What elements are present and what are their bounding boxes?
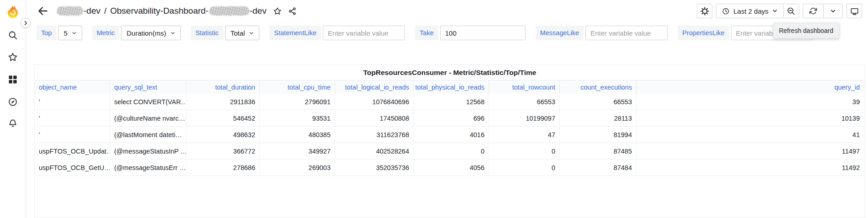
table-cell: 41 — [637, 127, 865, 143]
refresh-tooltip: Refresh dashboard — [773, 23, 839, 38]
column-header-total_cpu_time[interactable]: total_cpu_time — [260, 80, 335, 94]
table-body: 'select CONVERT(VAR…29118362796091107684… — [35, 94, 865, 176]
table-cell: 11492 — [637, 160, 865, 175]
variable-statistic-select[interactable]: Total — [225, 26, 260, 40]
variable-top-select[interactable]: 5 — [58, 26, 82, 40]
refresh-group — [803, 4, 843, 18]
table-row: uspFTOS_OCB_GetU…(@messageStatusErr …278… — [35, 160, 865, 176]
refresh-interval-dropdown[interactable] — [823, 4, 842, 18]
breadcrumb-dashboard-prefix[interactable]: Observability-Dashboard- — [110, 6, 208, 16]
time-controls-group: Last 2 days — [716, 4, 799, 18]
clock-icon — [722, 7, 730, 15]
variable-take-label: Take — [415, 26, 438, 40]
table-cell: select CONVERT(VAR… — [110, 94, 186, 110]
time-range-label: Last 2 days — [733, 7, 768, 15]
table-cell: 87485 — [560, 143, 637, 159]
column-header-object_name[interactable]: object_name — [35, 80, 110, 94]
chevron-down-icon — [249, 31, 254, 36]
chevron-down-icon — [772, 8, 778, 14]
back-button[interactable] — [37, 5, 49, 17]
table-cell: 480385 — [260, 127, 335, 143]
table-cell: 269003 — [260, 160, 335, 175]
column-header-total_logical_io_reads[interactable]: total_logical_io_reads — [335, 80, 414, 94]
top-navbar: -dev / Observability-Dashboard--dev — [26, 0, 868, 22]
arrow-left-icon — [37, 5, 49, 17]
chevron-down-icon — [170, 31, 175, 36]
breadcrumb-dashboard-suffix[interactable]: -dev — [250, 6, 267, 16]
variable-statementlike-label: StatementLike — [269, 26, 321, 40]
table-row: '(@lastMoment dateti…4986324803853116237… — [35, 127, 865, 143]
variable-metric-select[interactable]: Duration(ms) — [121, 26, 181, 40]
table-cell: 2796091 — [260, 94, 335, 110]
variable-top: Top 5 — [37, 26, 82, 40]
variable-take-input[interactable] — [440, 26, 526, 40]
refresh-icon — [809, 7, 817, 15]
table-cell: (@messageStatusErr … — [110, 160, 186, 175]
zoom-out-icon — [787, 7, 795, 16]
variable-propertieslike-label: PropertiesLike — [678, 26, 729, 40]
variable-statistic-value: Total — [231, 29, 245, 37]
redacted-breadcrumb-segment — [57, 6, 83, 16]
table-cell: 278686 — [186, 160, 260, 175]
star-dashboard-icon[interactable] — [273, 7, 282, 16]
explore-compass-icon[interactable] — [8, 97, 19, 108]
variable-messagelike-input[interactable] — [585, 26, 668, 40]
search-icon[interactable] — [8, 30, 19, 41]
table-cell: (@lastMoment dateti… — [110, 127, 186, 143]
variable-take: Take — [415, 26, 526, 40]
starred-dashboards-icon[interactable] — [8, 52, 19, 63]
column-header-total_duration[interactable]: total_duration — [186, 80, 260, 94]
variable-statistic-label: Statistic — [191, 26, 223, 40]
table-cell: 0 — [489, 143, 560, 159]
table-cell: 4016 — [414, 127, 489, 143]
dashboards-icon[interactable] — [8, 74, 19, 85]
table-cell: (@cultureName nvarc… — [110, 110, 186, 126]
dashboard-settings-button[interactable] — [697, 4, 712, 18]
dashboard-variables: Top 5 Metric Duration(ms) Statistic Tota… — [37, 26, 859, 40]
time-range-picker[interactable]: Last 2 days — [716, 4, 783, 18]
variable-statementlike: StatementLike — [269, 26, 405, 40]
table-cell: 1076840696 — [335, 94, 414, 110]
tv-mode-button[interactable] — [847, 4, 862, 18]
redacted-breadcrumb-segment — [209, 6, 249, 16]
column-header-query_id[interactable]: query_id — [637, 80, 865, 94]
table-row: '(@cultureName nvarc…5464529353117450808… — [35, 110, 865, 127]
variable-metric-value: Duration(ms) — [126, 29, 166, 37]
table-cell: 17450808 — [335, 110, 414, 126]
column-header-query_sql_text[interactable]: query_sql_text — [110, 80, 186, 94]
table-cell: 352035736 — [335, 160, 414, 175]
table-cell: 546452 — [186, 110, 260, 126]
breadcrumb: -dev / Observability-Dashboard--dev — [56, 6, 297, 16]
table-cell: 12568 — [414, 94, 489, 110]
table-cell: 66553 — [489, 94, 560, 110]
table-cell: 402528264 — [335, 143, 414, 159]
grafana-logo[interactable] — [5, 4, 21, 19]
table-cell: 47 — [489, 127, 560, 143]
table-header-row: object_namequery_sql_texttotal_durationt… — [35, 80, 865, 94]
variable-statementlike-input[interactable] — [323, 26, 405, 40]
variable-top-label: Top — [37, 26, 56, 40]
table-cell: 81994 — [560, 127, 637, 143]
table-cell: uspFTOS_OCB_Updat… — [35, 143, 110, 159]
sidebar — [0, 0, 26, 218]
chevron-down-icon — [830, 8, 836, 14]
column-header-total_rowcount[interactable]: total_rowcount — [489, 80, 560, 94]
table-cell: 366772 — [186, 143, 260, 159]
zoom-out-time-button[interactable] — [783, 4, 799, 18]
breadcrumb-separator: / — [104, 6, 106, 16]
table-cell: ' — [35, 127, 110, 143]
chevron-right-icon — [23, 21, 28, 26]
expand-sidebar-button[interactable] — [21, 18, 31, 28]
table-cell: uspFTOS_OCB_GetU… — [35, 160, 110, 175]
variable-metric-label: Metric — [92, 26, 119, 40]
column-header-total_physical_io_reads[interactable]: total_physical_io_reads — [414, 80, 489, 94]
alerting-bell-icon[interactable] — [8, 118, 19, 129]
variable-messagelike-label: MessageLike — [536, 26, 584, 40]
breadcrumb-folder-suffix[interactable]: -dev — [84, 6, 100, 16]
table-cell: 696 — [414, 110, 489, 126]
share-icon[interactable] — [288, 7, 297, 16]
table-panel: TopResourcesConsumer - Metric/Statistic/… — [34, 64, 865, 218]
refresh-dashboard-button[interactable] — [803, 4, 823, 18]
panel-title[interactable]: TopResourcesConsumer - Metric/Statistic/… — [35, 65, 865, 80]
column-header-count_executions[interactable]: count_executions — [560, 80, 637, 94]
